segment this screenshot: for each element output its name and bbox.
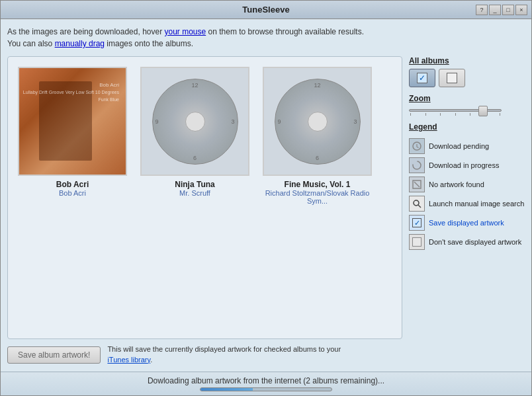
legend-manual-search: Launch manual image search xyxy=(409,196,525,212)
no-artwork-svg xyxy=(412,180,421,189)
cd-tick-9: 9 xyxy=(155,118,159,125)
pending-icon xyxy=(409,138,425,154)
zoom-slider-track[interactable] xyxy=(409,109,502,112)
svg-line-3 xyxy=(414,182,420,187)
zoom-slider-thumb[interactable] xyxy=(478,106,488,116)
save-desc-period: . xyxy=(150,356,152,364)
your-mouse-link[interactable]: your mouse xyxy=(165,27,206,36)
tick-3 xyxy=(440,113,441,116)
cd-tick-12b: 12 xyxy=(314,82,320,89)
legend-dont-save: Don't save displayed artwork xyxy=(409,234,525,250)
status-bar: Dowloading album artwork from the intern… xyxy=(1,372,531,395)
pending-svg xyxy=(412,141,421,151)
svg-point-4 xyxy=(414,200,419,206)
albums-panel: Bob AcriLullaby Drift Groove Very Low So… xyxy=(7,56,402,339)
cd-inner-hole xyxy=(185,112,205,132)
album-item-ninja-tuna: 12 6 9 3 Ninja Tuna Mr. Scruff xyxy=(140,67,249,197)
save-displayed-icon: ✓ xyxy=(409,215,425,231)
svg-point-1 xyxy=(413,161,421,169)
bottom-bar: Save album artwork! This will save the c… xyxy=(7,344,525,365)
legend-no-artwork: No artwork found xyxy=(409,177,525,192)
progress-text: Download in progress xyxy=(429,161,499,170)
zoom-section: Zoom xyxy=(409,94,525,116)
legend-section: Legend Download pending Download in prog… xyxy=(409,122,525,250)
album-artist-ninja-tuna: Mr. Scruff xyxy=(179,189,210,197)
album-cover-fine-music[interactable]: 12 6 9 3 xyxy=(263,67,372,176)
slider-ticks xyxy=(409,113,502,116)
all-albums-section: All albums ✓ xyxy=(409,56,525,87)
manual-search-text: Launch manual image search xyxy=(429,199,524,208)
search-svg xyxy=(412,199,421,208)
main-window: TuneSleeve ? _ □ × As the images are bei… xyxy=(0,0,532,396)
bob-acri-art-text: Bob AcriLullaby Drift Groove Very Low So… xyxy=(19,81,119,104)
instruction-line2: You can also manually drag images onto t… xyxy=(7,39,193,48)
title-bar: TuneSleeve ? _ □ × xyxy=(1,1,531,19)
cd-tick-6: 6 xyxy=(193,155,197,161)
album-artist-fine-music: Richard Stoltzman/Slovak Radio Sym... xyxy=(263,189,372,205)
cd-disc-fine: 12 6 9 3 xyxy=(275,79,361,165)
tick-1 xyxy=(410,113,411,116)
progress-svg xyxy=(412,161,421,170)
tick-7 xyxy=(500,113,500,116)
svg-line-5 xyxy=(418,205,421,208)
pending-text: Download pending xyxy=(429,141,489,151)
ninja-tuna-placeholder: 12 6 9 3 xyxy=(142,68,248,175)
album-title-fine-music: Fine Music, Vol. 1 xyxy=(285,180,351,189)
instruction-line1: As the images are being downloaded, hove… xyxy=(7,27,364,36)
itunes-link[interactable]: iTunes library xyxy=(107,356,150,364)
tick-5 xyxy=(470,113,470,116)
save-displayed-text: Save displayed artwork xyxy=(429,218,504,227)
dont-save-text: Don't save displayed artwork xyxy=(429,237,521,247)
cd-inner-hole-b xyxy=(308,112,328,132)
album-title-ninja-tuna: Ninja Tuna xyxy=(175,180,214,189)
progress-bar xyxy=(200,387,332,391)
cd-tick-3: 3 xyxy=(231,118,234,125)
dont-save-icon xyxy=(409,234,425,250)
save-button[interactable]: Save album artwork! xyxy=(7,346,101,364)
manually-drag-link[interactable]: manually drag xyxy=(55,39,105,48)
fine-music-placeholder: 12 6 9 3 xyxy=(264,68,371,175)
cd-tick-3b: 3 xyxy=(353,118,357,125)
legend-download-pending: Download pending xyxy=(409,138,525,154)
square-icon xyxy=(447,73,457,83)
title-buttons: ? _ □ × xyxy=(476,5,527,15)
album-item-bob-acri: Bob AcriLullaby Drift Groove Very Low So… xyxy=(18,67,127,197)
content-area: As the images are being downloaded, hove… xyxy=(1,19,531,372)
check-icon: ✓ xyxy=(417,73,427,83)
zoom-label: Zoom xyxy=(409,94,525,103)
help-button[interactable]: ? xyxy=(476,5,488,15)
dont-save-box-icon xyxy=(412,237,421,247)
album-cover-bob-acri[interactable]: Bob AcriLullaby Drift Groove Very Low So… xyxy=(18,67,127,176)
save-desc-line1: This will save the currently displayed a… xyxy=(107,345,341,353)
legend-download-progress: Download in progress xyxy=(409,157,525,173)
close-button[interactable]: × xyxy=(515,5,527,15)
album-artist-bob-acri: Bob Acri xyxy=(59,189,86,197)
save-description: This will save the currently displayed a… xyxy=(107,344,341,365)
maximize-button[interactable]: □ xyxy=(502,5,514,15)
status-text: Dowloading album artwork from the intern… xyxy=(148,376,384,385)
main-row: Bob AcriLullaby Drift Groove Very Low So… xyxy=(7,56,525,339)
all-albums-label: All albums xyxy=(409,56,525,65)
zoom-slider-container xyxy=(409,109,525,112)
cd-disc-ninja: 12 6 9 3 xyxy=(152,79,238,165)
album-item-fine-music: 12 6 9 3 Fine Music, Vol. 1 Richard Stol… xyxy=(263,67,372,205)
no-artwork-icon xyxy=(409,177,425,192)
cd-tick-6b: 6 xyxy=(316,155,319,161)
tick-2 xyxy=(425,113,426,116)
cd-tick-12: 12 xyxy=(191,82,198,89)
album-cover-ninja-tuna[interactable]: 12 6 9 3 xyxy=(140,67,249,176)
check-all-button[interactable]: ✓ xyxy=(409,69,435,87)
uncheck-all-button[interactable] xyxy=(439,69,465,87)
save-checkbox-icon: ✓ xyxy=(412,218,421,227)
legend-save-displayed: ✓ Save displayed artwork xyxy=(409,215,525,231)
right-panel: All albums ✓ Zoom xyxy=(409,56,525,339)
legend-label: Legend xyxy=(409,122,525,132)
no-artwork-text: No artwork found xyxy=(429,180,484,189)
minimize-button[interactable]: _ xyxy=(489,5,501,15)
search-icon xyxy=(409,196,425,212)
progress-fill xyxy=(200,388,253,391)
progress-icon xyxy=(409,157,425,173)
window-title: TuneSleeve xyxy=(242,5,289,15)
toggle-row: ✓ xyxy=(409,69,525,87)
cd-tick-9b: 9 xyxy=(278,118,281,125)
